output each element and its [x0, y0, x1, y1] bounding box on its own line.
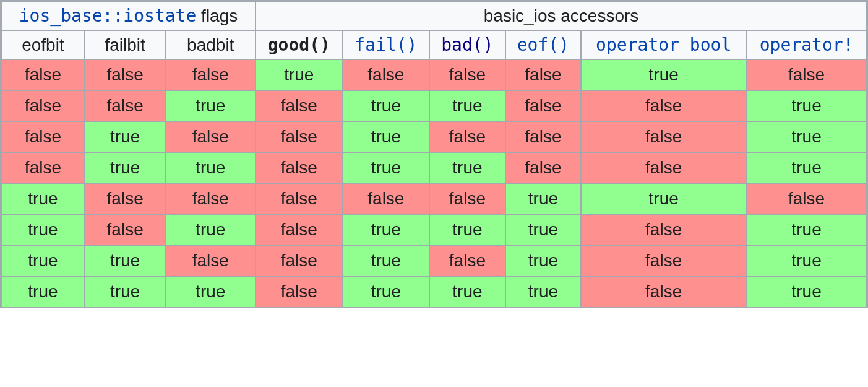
col-failbit: failbit: [85, 30, 166, 59]
cell-badbit: true: [165, 152, 256, 183]
cell-badbit: true: [165, 214, 256, 245]
cell-op-bool: false: [581, 90, 746, 121]
cell-good: false: [256, 214, 343, 245]
table-row: truefalsefalsefalsefalsefalsetruetruefal…: [1, 183, 867, 214]
cell-failbit: false: [85, 214, 166, 245]
cell-good: false: [256, 90, 343, 121]
col-eof[interactable]: eof(): [505, 30, 582, 59]
iostate-flags-header-text: flags: [196, 6, 238, 25]
cell-badbit: false: [165, 121, 256, 152]
iostate-flags-header: ios_base::iostate flags: [1, 1, 256, 30]
cell-good: false: [256, 183, 343, 214]
cell-op-bool: false: [581, 214, 746, 245]
col-eofbit: eofbit: [1, 30, 85, 59]
cell-fail: false: [343, 183, 430, 214]
col-op-not-label[interactable]: operator!: [760, 35, 854, 55]
cell-bad: true: [429, 276, 505, 307]
cell-bad: false: [429, 59, 505, 90]
col-good-label: good(): [268, 35, 330, 55]
col-badbit-label: badbit: [187, 35, 234, 54]
col-good: good(): [256, 30, 343, 59]
cell-op-not: false: [746, 183, 867, 214]
cell-op-not: true: [746, 90, 867, 121]
cell-failbit: true: [85, 245, 166, 276]
cell-fail: true: [343, 276, 430, 307]
cell-eofbit: true: [1, 183, 85, 214]
cell-eof: true: [505, 214, 582, 245]
cell-fail: true: [343, 245, 430, 276]
cell-eofbit: false: [1, 152, 85, 183]
cell-eof: true: [505, 276, 582, 307]
cell-bad: true: [429, 90, 505, 121]
cell-badbit: true: [165, 276, 256, 307]
col-op-not[interactable]: operator!: [746, 30, 867, 59]
cell-failbit: true: [85, 276, 166, 307]
cell-op-bool: true: [581, 183, 746, 214]
col-fail[interactable]: fail(): [343, 30, 430, 59]
col-eofbit-label: eofbit: [22, 35, 64, 54]
cell-good: false: [256, 276, 343, 307]
cell-good: false: [256, 152, 343, 183]
cell-failbit: false: [85, 90, 166, 121]
cell-badbit: false: [165, 59, 256, 90]
col-op-bool-label[interactable]: operator bool: [596, 35, 731, 55]
cell-eofbit: false: [1, 59, 85, 90]
cell-failbit: true: [85, 152, 166, 183]
cell-eof: false: [505, 59, 582, 90]
cell-op-not: true: [746, 214, 867, 245]
cell-good: true: [256, 59, 343, 90]
col-op-bool[interactable]: operator bool: [581, 30, 746, 59]
header-group-row: ios_base::iostate flagsbasic_ios accesso…: [1, 1, 867, 30]
col-failbit-label: failbit: [105, 35, 145, 54]
cell-fail: true: [343, 90, 430, 121]
cell-op-not: true: [746, 152, 867, 183]
cell-badbit: false: [165, 183, 256, 214]
col-eof-label[interactable]: eof(): [517, 35, 569, 55]
cell-op-bool: false: [581, 245, 746, 276]
cell-op-not: true: [746, 245, 867, 276]
basic-ios-accessors-header-text: accessors: [556, 6, 638, 25]
cell-good: false: [256, 245, 343, 276]
table-row: falsefalsefalsetruefalsefalsefalsetruefa…: [1, 59, 867, 90]
cell-fail: true: [343, 214, 430, 245]
cell-op-bool: false: [581, 121, 746, 152]
table-body: falsefalsefalsetruefalsefalsefalsetruefa…: [1, 59, 867, 307]
cell-fail: true: [343, 152, 430, 183]
cell-eof: true: [505, 245, 582, 276]
basic-ios-accessors-header-text: basic_ios: [484, 6, 556, 25]
cell-failbit: true: [85, 121, 166, 152]
table-row: truefalsetruefalsetruetruetruefalsetrue: [1, 214, 867, 245]
header-columns-row: eofbitfailbitbadbitgood()fail()bad()eof(…: [1, 30, 867, 59]
cell-failbit: false: [85, 183, 166, 214]
cell-badbit: false: [165, 245, 256, 276]
cell-op-not: true: [746, 276, 867, 307]
table-row: truetruefalsefalsetruefalsetruefalsetrue: [1, 245, 867, 276]
cell-eof: false: [505, 90, 582, 121]
cell-op-not: true: [746, 121, 867, 152]
basic-ios-accessors-header: basic_ios accessors: [256, 1, 867, 30]
cell-bad: false: [429, 183, 505, 214]
cell-good: false: [256, 121, 343, 152]
cell-eofbit: true: [1, 214, 85, 245]
cell-badbit: true: [165, 90, 256, 121]
col-badbit: badbit: [165, 30, 256, 59]
cell-op-bool: false: [581, 276, 746, 307]
table-row: falsetruefalsefalsetruefalsefalsefalsetr…: [1, 121, 867, 152]
col-bad[interactable]: bad(): [429, 30, 505, 59]
cell-fail: false: [343, 59, 430, 90]
cell-eofbit: true: [1, 245, 85, 276]
cell-op-not: false: [746, 59, 867, 90]
cell-op-bool: false: [581, 152, 746, 183]
col-fail-label[interactable]: fail(): [355, 35, 417, 55]
iostate-flags-header-text[interactable]: ios_base::iostate: [19, 6, 197, 26]
table-row: falsetruetruefalsetruetruefalsefalsetrue: [1, 152, 867, 183]
cell-fail: true: [343, 121, 430, 152]
cell-failbit: false: [85, 59, 166, 90]
cell-eofbit: false: [1, 121, 85, 152]
cell-eofbit: false: [1, 90, 85, 121]
table-row: truetruetruefalsetruetruetruefalsetrue: [1, 276, 867, 307]
col-bad-label[interactable]: bad(): [441, 35, 493, 55]
cell-eofbit: true: [1, 276, 85, 307]
cell-eof: false: [505, 152, 582, 183]
cell-bad: true: [429, 152, 505, 183]
